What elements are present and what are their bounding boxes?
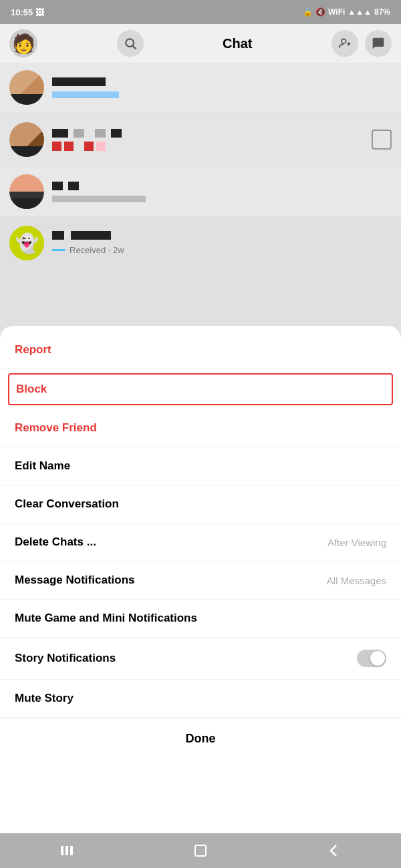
avatar (9, 174, 44, 209)
chat-name-blur (52, 77, 106, 86)
done-button[interactable]: Done (0, 718, 401, 759)
add-friend-button[interactable] (331, 30, 358, 57)
message-icon (372, 130, 392, 150)
story-notifications-button[interactable]: Story Notifications (0, 638, 401, 680)
svg-point-2 (342, 39, 346, 43)
svg-rect-5 (61, 846, 63, 855)
status-bar: 10:55 🖼 🔒 🔇 WiFi ▲▲▲ 87% (0, 0, 401, 24)
user-avatar-icon: 🧑 (12, 33, 35, 55)
chat-fill-icon (372, 37, 385, 50)
chat-sub-blur (52, 91, 119, 98)
header: 🧑 Chat (0, 24, 401, 63)
search-icon (124, 37, 137, 50)
avatar[interactable]: 🧑 (9, 29, 37, 57)
home-icon (192, 843, 209, 859)
chat-info (52, 77, 392, 98)
navigation-bar (0, 833, 401, 868)
menu-icon (59, 843, 75, 859)
remove-friend-button[interactable]: Remove Friend (0, 409, 401, 447)
nav-home-button[interactable] (192, 843, 209, 859)
wifi-icon: WiFi (328, 7, 345, 17)
message-notifications-secondary: All Messages (327, 575, 386, 586)
block-button[interactable]: Block (8, 373, 393, 405)
chat-settings-button[interactable] (365, 30, 392, 57)
delete-chats-button[interactable]: Delete Chats ... After Viewing (0, 523, 401, 562)
bottom-sheet: Report Block Remove Friend Edit Name Cle… (0, 326, 401, 833)
story-notifications-toggle[interactable] (357, 650, 386, 667)
time-display: 10:55 (11, 7, 33, 17)
status-left: 10:55 🖼 (11, 7, 44, 17)
add-person-icon (338, 37, 352, 50)
svg-line-1 (132, 46, 136, 49)
status-right: 🔒 🔇 WiFi ▲▲▲ 87% (303, 7, 390, 17)
svg-rect-6 (65, 846, 68, 855)
svg-rect-7 (70, 846, 73, 855)
list-item[interactable] (0, 63, 401, 112)
mute-game-button[interactable]: Mute Game and Mini Notifications (0, 600, 401, 638)
toggle-knob (370, 651, 385, 666)
clear-conversation-button[interactable]: Clear Conversation (0, 485, 401, 523)
message-notifications-button[interactable]: Message Notifications All Messages (0, 562, 401, 600)
photo-icon: 🖼 (35, 7, 44, 17)
edit-name-button[interactable]: Edit Name (0, 447, 401, 485)
signal-icon: ▲▲▲ (348, 7, 372, 17)
nav-back-button[interactable] (326, 843, 342, 859)
nav-menu-button[interactable] (59, 843, 75, 859)
chat-list: 👻 Received · 2w (0, 63, 401, 350)
lock-icon: 🔒 (303, 7, 313, 17)
chat-info (52, 129, 364, 151)
mute-icon: 🔇 (315, 7, 325, 17)
avatar (9, 70, 44, 105)
svg-point-0 (126, 39, 134, 47)
svg-rect-8 (195, 845, 206, 856)
list-item[interactable] (0, 113, 401, 166)
back-icon (326, 843, 342, 859)
battery-display: 87% (374, 7, 390, 17)
search-button[interactable] (117, 30, 144, 57)
list-item[interactable]: 👻 Received · 2w (0, 217, 401, 269)
report-button[interactable]: Report (0, 331, 401, 369)
delete-chats-secondary: After Viewing (327, 537, 386, 548)
list-item[interactable] (0, 167, 401, 216)
ghost-icon: 👻 (15, 232, 39, 254)
received-label: Received · 2w (70, 245, 124, 255)
mute-story-button[interactable]: Mute Story (0, 680, 401, 718)
avatar: 👻 (9, 226, 44, 260)
avatar (9, 122, 44, 157)
chat-info (52, 182, 392, 202)
chat-info: Received · 2w (52, 231, 392, 255)
page-title: Chat (223, 36, 252, 51)
